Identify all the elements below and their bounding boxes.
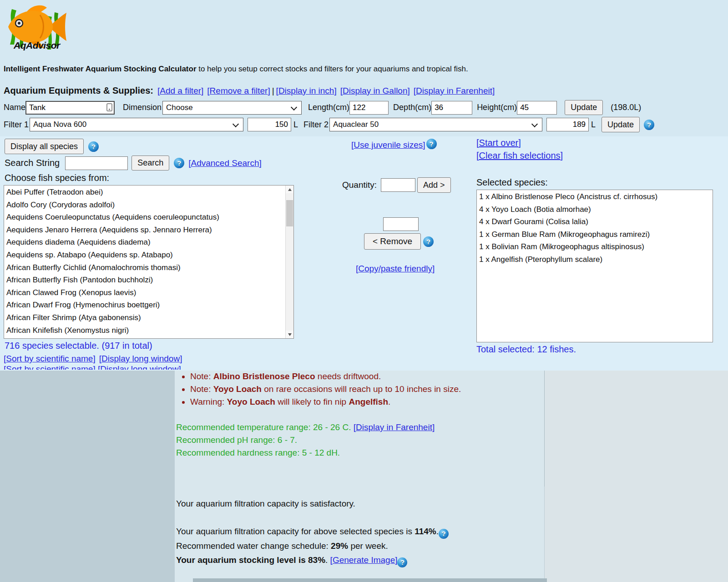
add-button[interactable]: Add > — [417, 177, 451, 193]
search-button[interactable]: Search — [131, 156, 169, 171]
depth-input[interactable] — [431, 101, 472, 115]
juvenile-help-icon[interactable]: ? — [426, 139, 437, 149]
selected-option[interactable]: 4 x Yoyo Loach (Botia almorhae) — [477, 203, 713, 216]
search-input[interactable] — [65, 156, 128, 170]
display-all-species-button[interactable]: Display all species — [5, 139, 84, 154]
note-species: Yoyo Loach — [213, 384, 262, 394]
scroll-down-button[interactable] — [286, 331, 293, 338]
note-item: Warning: Yoyo Loach will likely to fin n… — [190, 396, 461, 408]
quantity-input[interactable] — [381, 178, 415, 192]
search-label: Search String — [5, 158, 60, 168]
results-panel-divider — [544, 371, 545, 487]
filtration-ok-text: Your aquarium filtration capacity is sat… — [176, 499, 355, 509]
display-inch-link[interactable]: Display in inch — [278, 86, 334, 95]
aqadvisor-page: AqAdvisor Intelligent Freshwater Aquariu… — [0, 0, 728, 582]
remove-help-icon[interactable]: ? — [423, 236, 434, 247]
water-parameters-block: Recommended temperature range: 26 - 26 C… — [176, 421, 435, 459]
autofill-icon[interactable] — [106, 103, 112, 111]
filter2-select[interactable]: Aquaclear 50 — [329, 118, 542, 131]
species-option[interactable]: Adolfo Cory (Corydoras adolfoi) — [4, 199, 286, 211]
scroll-up-button[interactable] — [286, 186, 293, 193]
copy-paste-friendly-link[interactable]: Copy/paste friendly — [358, 264, 432, 273]
selected-option[interactable]: 1 x Angelfish (Pterophyllum scalare) — [477, 253, 713, 266]
scroll-down-icon — [288, 333, 292, 336]
dimension-selected-value: Choose — [166, 103, 193, 112]
advanced-search-link-wrap: Advanced Search — [188, 158, 262, 168]
advanced-search-link[interactable]: Advanced Search — [191, 158, 259, 168]
note-text: needs driftwood. — [315, 371, 381, 381]
filtration-capacity-text: Your aquarium filtration capacity for ab… — [176, 527, 415, 536]
species-option[interactable]: Aequidens Jenaro Herrera (Aequidens sp. … — [4, 224, 286, 236]
selected-species-listbox[interactable]: 1 x Albino Bristlenose Pleco (Ancistrus … — [476, 190, 713, 342]
species-option[interactable]: African Dwarf Frog (Hymenochirus boettge… — [4, 299, 286, 311]
stocking-help-icon[interactable]: ? — [397, 557, 407, 567]
remove-quantity-input[interactable] — [383, 217, 419, 231]
display-gallon-link[interactable]: Display in Gallon — [343, 86, 408, 95]
note-text: on rare occasions will reach up to 10 in… — [262, 384, 461, 394]
display-long-window-link[interactable]: Display long window — [101, 354, 180, 363]
stocking-level-text: Your aquarium stocking level is 83% — [176, 555, 325, 565]
remove-filter-link[interactable]: Remove a filter — [210, 86, 268, 95]
results-right-panel — [545, 371, 728, 582]
species-option[interactable]: Aequidens Coeruleopunctatus (Aequidens c… — [4, 211, 286, 224]
display-farenheit-link[interactable]: Display in Farenheit — [416, 86, 492, 95]
dimension-select[interactable]: Choose — [162, 101, 302, 115]
filter-update-button[interactable]: Update — [602, 117, 640, 132]
generate-image-link[interactable]: Generate Image — [333, 555, 395, 565]
note-item: Note: Albino Bristlenose Pleco needs dri… — [190, 370, 461, 383]
length-input[interactable] — [349, 101, 389, 115]
species-listbox[interactable]: Abei Puffer (Tetraodon abei) Adolfo Cory… — [4, 185, 294, 339]
water-change-line: Recommended water change schedule: 29% p… — [176, 541, 388, 551]
display-gallon-link-wrap: Display in Gallon — [340, 86, 410, 96]
species-option[interactable]: African Filter Shrimp (Atya gabonensis) — [4, 311, 286, 324]
filter2-capacity-input[interactable] — [546, 118, 589, 131]
search-help-icon[interactable]: ? — [174, 158, 184, 168]
display-all-help-icon[interactable]: ? — [88, 141, 99, 152]
use-juvenile-sizes-link[interactable]: Use juvenile sizes — [354, 140, 423, 150]
copy-paste-row: Copy/paste friendly — [356, 264, 435, 274]
species-option[interactable]: African Clawed Frog (Xenopus laevis) — [4, 286, 286, 299]
tank-update-button[interactable]: Update — [565, 100, 603, 115]
species-option[interactable]: Aequidens diadema (Aequidens diadema) — [4, 236, 286, 249]
note-text: . — [388, 397, 390, 406]
selected-option[interactable]: 1 x Albino Bristlenose Pleco (Ancistrus … — [477, 191, 713, 203]
remove-button[interactable]: < Remove — [364, 233, 421, 250]
species-option[interactable]: Aequidens sp. Atabapo (Aequidens sp. Ata… — [4, 249, 286, 261]
filter1-select[interactable]: Aqua Nova 600 — [30, 118, 243, 131]
selected-option[interactable]: 1 x German Blue Ram (Mikrogeophagus rami… — [477, 228, 713, 241]
filter-help-icon[interactable]: ? — [644, 120, 654, 130]
add-filter-link-wrap: Add a filter — [157, 86, 203, 96]
quantity-row: Quantity: Add > — [342, 177, 451, 193]
species-list: Abei Puffer (Tetraodon abei) Adolfo Cory… — [4, 186, 286, 336]
display-farenheit-results-link[interactable]: Display in Farenheit — [356, 422, 432, 432]
generate-image-link-wrap: Generate Image — [330, 555, 398, 565]
species-links-row: Sort by scientific name Display long win… — [4, 354, 182, 364]
add-filter-link[interactable]: Add a filter — [160, 86, 201, 95]
species-option[interactable]: African Knifefish (Xenomystus nigri) — [4, 324, 286, 337]
species-scrollbar[interactable] — [285, 186, 293, 338]
selected-option[interactable]: 4 x Dwarf Gourami (Colisa lalia) — [477, 216, 713, 228]
tank-name-input[interactable] — [25, 101, 115, 115]
depth-label: Depth(cm) — [393, 103, 431, 112]
filter2-label: Filter 2 — [303, 120, 329, 130]
choose-species-label: Choose fish species from: — [5, 173, 109, 183]
height-input[interactable] — [517, 101, 557, 115]
scrollbar-thumb[interactable] — [286, 200, 293, 226]
filtration-help-icon[interactable]: ? — [439, 529, 449, 539]
total-selected-text: Total selected: 12 fishes. — [476, 344, 576, 355]
ph-range-line: Recommended pH range: 6 - 7. — [176, 434, 435, 447]
species-option[interactable]: African Butterfly Cichlid (Anomalochromi… — [4, 261, 286, 274]
note-prefix: Warning: — [190, 397, 227, 406]
long-window-link-wrap: Display long window — [99, 354, 182, 364]
sort-by-scientific-name-link[interactable]: Sort by scientific name — [6, 354, 93, 363]
note-prefix: Note: — [190, 371, 213, 381]
start-over-link[interactable]: Start over — [479, 138, 519, 148]
note-species: Albino Bristlenose Pleco — [213, 371, 315, 381]
species-option[interactable]: African Butterfly Fish (Pantodon buchhol… — [4, 274, 286, 286]
clear-fish-selections-link[interactable]: Clear fish selections — [479, 151, 561, 161]
filter1-capacity-input[interactable] — [248, 118, 291, 131]
species-option[interactable]: Abei Puffer (Tetraodon abei) — [4, 186, 286, 199]
selected-option[interactable]: 1 x Bolivian Ram (Mikrogeophagus altispi… — [477, 241, 713, 253]
dimension-label: Dimension — [123, 103, 162, 112]
water-change-suffix: per week. — [348, 541, 388, 551]
